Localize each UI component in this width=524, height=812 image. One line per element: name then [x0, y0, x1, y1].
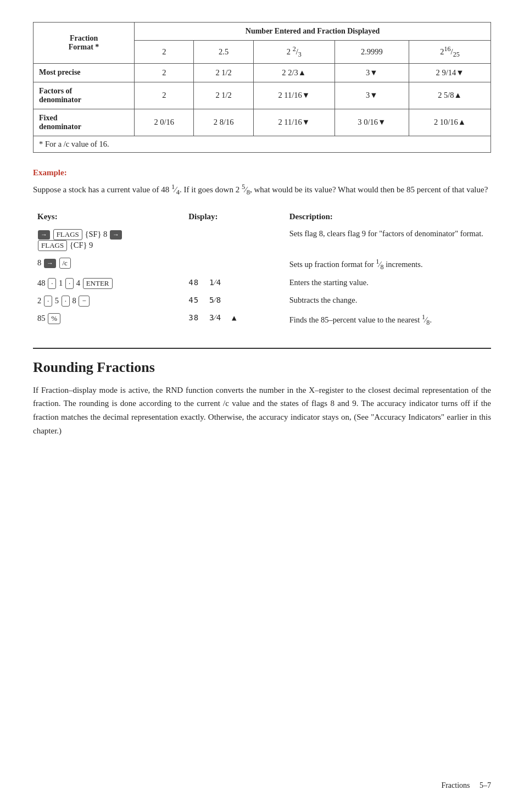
cell-fod-2.9999: 3▼ — [335, 82, 409, 109]
section-divider — [33, 348, 491, 349]
col-header-2.9999: 2.9999 — [335, 41, 409, 64]
keys-row-1: → FLAGS {SF} 8 → FLAGS {CF} 9 Sets flag … — [33, 227, 491, 255]
cell-fod-2.5: 2 1/2 — [194, 82, 253, 109]
page-footer: Fractions 5–7 — [441, 781, 491, 790]
table-footnote: * For a /c value of 16. — [34, 136, 491, 152]
keys-cell-5: 85 % — [33, 311, 184, 331]
flags-key-1c: FLAGS — [38, 240, 67, 251]
cell-fod-2-16-25: 2 5/8▲ — [409, 82, 491, 109]
minus-key-4: − — [79, 296, 89, 307]
cell-fod-2-2-3: 2 11/16▼ — [253, 82, 335, 109]
fc-key-2: /c — [59, 258, 71, 269]
dot-key-3b: · — [65, 278, 74, 289]
shift-key-2: → — [44, 259, 56, 268]
display-cell-1 — [184, 227, 285, 255]
footer-page: 5–7 — [480, 781, 491, 789]
table-footnote-row: * For a /c value of 16. — [34, 136, 491, 152]
desc-cell-3: Enters the starting value. — [285, 276, 491, 293]
cell-fd-2-16-25: 2 10/16▲ — [409, 109, 491, 136]
dot-key-4a: · — [44, 296, 52, 307]
flags-key-1: FLAGS — [53, 229, 82, 240]
rounding-title: Rounding Fractions — [33, 359, 491, 376]
keys-cell-1: → FLAGS {SF} 8 → FLAGS {CF} 9 — [33, 227, 184, 255]
keys-cell-2: 8 → /c — [33, 255, 184, 276]
desc-cell-5: Finds the 85–percent value to the neares… — [285, 311, 491, 331]
cell-mp-2.5: 2 1/2 — [194, 63, 253, 82]
display-col-header: Display: — [184, 210, 285, 227]
table-header-format: FractionFormat * — [34, 23, 135, 64]
footer-section: Fractions — [441, 781, 470, 789]
rounding-body: If Fraction–display mode is active, the … — [33, 383, 491, 438]
row-label-factors: Factors ofdenominator — [34, 82, 135, 109]
cell-mp-2-16-25: 2 9/14▼ — [409, 63, 491, 82]
cell-mp-2.9999: 3▼ — [335, 63, 409, 82]
enter-key-3: ENTER — [83, 278, 113, 289]
dot-key-3a: · — [48, 278, 56, 289]
example-text: Suppose a stock has a current value of 4… — [33, 182, 491, 198]
table-header-number-entered: Number Entered and Fraction Displayed — [135, 23, 491, 41]
desc-cell-1: Sets flag 8, clears flag 9 for "factors … — [285, 227, 491, 255]
dot-key-4b: · — [62, 296, 70, 307]
keys-table: Keys: Display: Description: → FLAGS {SF}… — [33, 210, 491, 331]
col-header-2.5: 2.5 — [194, 41, 253, 64]
cell-mp-2: 2 — [135, 63, 194, 82]
keys-row-3: 48 · 1 · 4 ENTER 48 1⁄4 Enters the start… — [33, 276, 491, 293]
keys-row-5: 85 % 38 3⁄4 ▲ Finds the 85–percent value… — [33, 311, 491, 331]
table-row-fixed: Fixeddenominator 2 0/16 2 8/16 2 11/16▼ … — [34, 109, 491, 136]
cell-fd-2.5: 2 8/16 — [194, 109, 253, 136]
display-cell-5: 38 3⁄4 ▲ — [184, 311, 285, 331]
desc-cell-4: Subtracts the change. — [285, 293, 491, 311]
example-label: Example: — [33, 168, 491, 177]
cell-fod-2: 2 — [135, 82, 194, 109]
desc-cell-2: Sets up fraction format for 1⁄8 incremen… — [285, 255, 491, 276]
keys-row-2: 8 → /c Sets up fraction format for 1⁄8 i… — [33, 255, 491, 276]
row-label-most-precise: Most precise — [34, 63, 135, 82]
row-label-fixed: Fixeddenominator — [34, 109, 135, 136]
display-cell-3: 48 1⁄4 — [184, 276, 285, 293]
cell-fd-2-2-3: 2 11/16▼ — [253, 109, 335, 136]
keys-row-4: 2 · 5 · 8 − 45 5⁄8 Subtracts the change. — [33, 293, 491, 311]
display-cell-2 — [184, 255, 285, 276]
desc-col-header: Description: — [285, 210, 491, 227]
shift-key-1: → — [38, 230, 50, 240]
col-header-2-2-3: 2 2/3 — [253, 41, 335, 64]
percent-key-5: % — [48, 313, 60, 324]
keys-col-header: Keys: — [33, 210, 184, 227]
col-header-2: 2 — [135, 41, 194, 64]
table-row-factors: Factors ofdenominator 2 2 1/2 2 11/16▼ 3… — [34, 82, 491, 109]
fraction-format-table: FractionFormat * Number Entered and Frac… — [33, 22, 491, 153]
shift-key-1b: → — [110, 230, 122, 240]
keys-cell-4: 2 · 5 · 8 − — [33, 293, 184, 311]
table-row-most-precise: Most precise 2 2 1/2 2 2/3▲ 3▼ 2 9/14▼ — [34, 63, 491, 82]
keys-cell-3: 48 · 1 · 4 ENTER — [33, 276, 184, 293]
col-header-2-16-25: 216/25 — [409, 41, 491, 64]
cell-mp-2-2-3: 2 2/3▲ — [253, 63, 335, 82]
display-cell-4: 45 5⁄8 — [184, 293, 285, 311]
cell-fd-2: 2 0/16 — [135, 109, 194, 136]
cell-fd-2.9999: 3 0/16▼ — [335, 109, 409, 136]
